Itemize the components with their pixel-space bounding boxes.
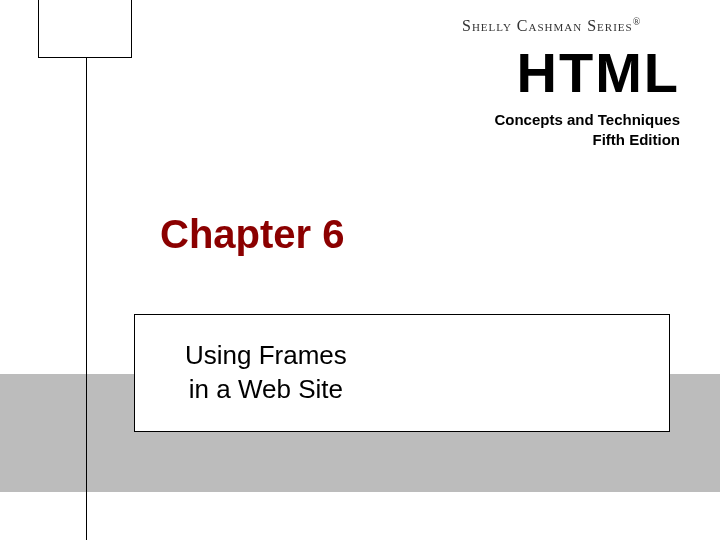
chapter-topic-box: Using Frames in a Web Site — [134, 314, 670, 432]
book-subtitle-line2: Fifth Edition — [494, 130, 680, 150]
chapter-number-label: Chapter 6 — [160, 212, 345, 257]
registered-mark: ® — [633, 16, 642, 27]
chapter-topic: Using Frames in a Web Site — [185, 339, 347, 407]
series-publisher-text: Shelly Cashman Series — [462, 17, 633, 34]
series-label: Shelly Cashman Series® — [462, 16, 641, 35]
book-subtitle-block: Concepts and Techniques Fifth Edition — [494, 110, 680, 149]
book-subtitle-line1: Concepts and Techniques — [494, 110, 680, 130]
book-title: HTML — [516, 40, 680, 105]
book-title-block: HTML — [516, 40, 680, 105]
top-decorative-box — [38, 0, 132, 58]
chapter-topic-line2: in a Web Site — [189, 374, 343, 404]
series-publisher: Shelly Cashman Series® — [462, 17, 641, 34]
vertical-rule — [86, 58, 87, 540]
chapter-topic-line1: Using Frames — [185, 340, 347, 370]
